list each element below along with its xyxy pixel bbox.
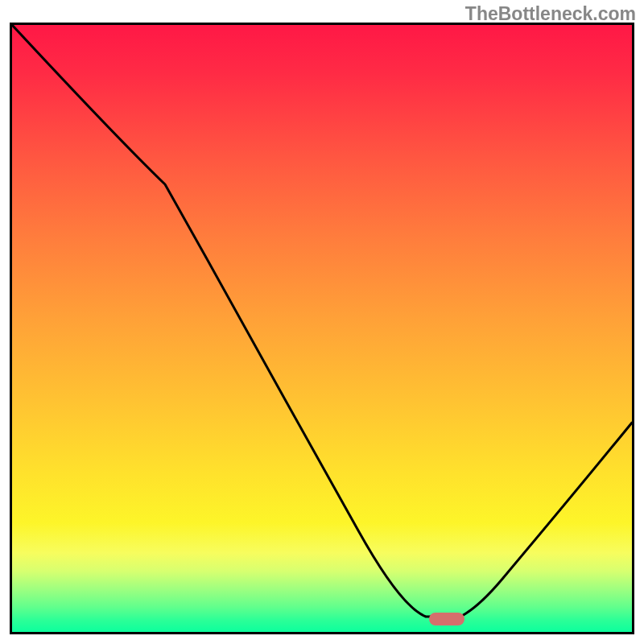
curve-path bbox=[12, 25, 632, 617]
branding: TheBottleneck.com bbox=[465, 3, 636, 25]
marker bbox=[429, 613, 464, 625]
chart-svg bbox=[12, 25, 632, 632]
chart-frame bbox=[10, 23, 634, 634]
